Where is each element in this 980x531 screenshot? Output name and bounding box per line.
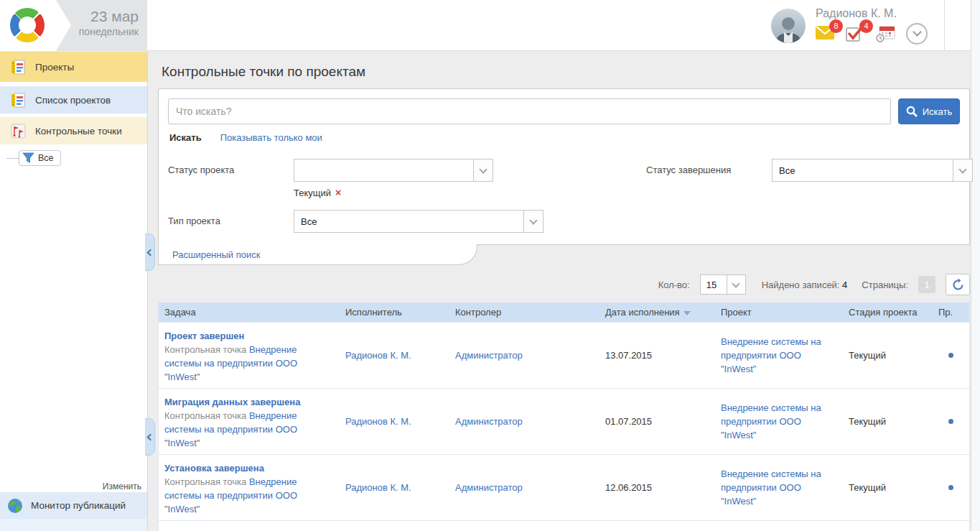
task-link[interactable]: Миграция данных завершена bbox=[164, 397, 300, 407]
date-cell: 12.06.2015 bbox=[599, 478, 715, 497]
table-header-row: Задача Исполнитель Контролер Дата исполн… bbox=[159, 303, 969, 322]
chevron-down-icon bbox=[958, 165, 966, 173]
header-date[interactable]: Дата исполнения bbox=[599, 303, 715, 322]
filter-all-label: Все bbox=[38, 153, 54, 163]
project-type-dropdown[interactable]: Все bbox=[294, 210, 543, 233]
dropdown-arrow[interactable] bbox=[473, 160, 493, 181]
messages-button[interactable]: 8 bbox=[816, 26, 834, 42]
header-task[interactable]: Задача bbox=[159, 303, 340, 322]
header-stage[interactable]: Стадия проекта bbox=[843, 303, 933, 322]
project-link[interactable]: Внедрение системы на предприятии ООО "In… bbox=[721, 468, 821, 507]
completion-status-label: Статус завершения bbox=[646, 159, 772, 208]
milestone-prefix: Контрольная точка bbox=[164, 344, 246, 355]
advanced-search-link[interactable]: Расширенный поиск bbox=[172, 249, 260, 260]
sidebar-bottom-strip bbox=[0, 519, 147, 531]
edit-link[interactable]: Изменить bbox=[103, 481, 141, 491]
executor-link[interactable]: Радионов К. М. bbox=[345, 350, 411, 361]
sidebar-item-label: Список проектов bbox=[35, 95, 111, 106]
stage-cell: Текущий bbox=[843, 478, 933, 497]
controller-link[interactable]: Администратор bbox=[455, 350, 523, 361]
topbar: 23 мар понедельник Радионов К. М. 8 bbox=[0, 0, 971, 51]
milestone-prefix: Контрольная точка bbox=[164, 410, 246, 421]
sidebar-item-publications-monitor[interactable]: Монитор публикаций bbox=[0, 492, 147, 519]
remove-tag-icon[interactable]: × bbox=[335, 187, 341, 198]
dropdown-arrow[interactable] bbox=[523, 211, 543, 232]
user-menu-button[interactable] bbox=[906, 23, 928, 45]
priority-cell bbox=[933, 415, 969, 428]
project-link[interactable]: Внедрение системы на предприятии ООО "In… bbox=[721, 336, 821, 374]
only-mine-link[interactable]: Показывать только мои bbox=[220, 132, 322, 143]
executor-cell: Радионов К. М. bbox=[340, 346, 449, 365]
chevron-down-icon bbox=[479, 165, 487, 173]
table-row: Проект завершен Контрольная точка Внедре… bbox=[159, 322, 969, 388]
header-pr[interactable]: Пр. bbox=[933, 303, 969, 322]
current-page-chip[interactable]: 1 bbox=[918, 276, 935, 293]
search-panel: Искать Искать Показывать только мои Стат… bbox=[158, 88, 970, 244]
stage-cell: Текущий bbox=[843, 346, 933, 365]
chevron-left-icon bbox=[147, 433, 154, 440]
monitor-label: Монитор публикаций bbox=[31, 500, 126, 511]
chevron-down-icon bbox=[529, 216, 537, 224]
executor-link[interactable]: Радионов К. М. bbox=[345, 416, 411, 427]
vertical-scrollbar[interactable] bbox=[971, 0, 980, 531]
refresh-icon bbox=[951, 278, 965, 292]
task-link[interactable]: Установка завершена bbox=[164, 463, 264, 474]
task-cell: План проекта утвержден Контрольная точка… bbox=[159, 521, 340, 531]
completion-status-dropdown[interactable]: Все bbox=[772, 159, 973, 182]
sidebar-collapse-handle[interactable] bbox=[145, 418, 155, 456]
header-project[interactable]: Проект bbox=[715, 303, 843, 322]
tasks-button[interactable]: 4 bbox=[846, 26, 864, 42]
search-button-label: Искать bbox=[923, 106, 953, 117]
search-mode-label[interactable]: Искать bbox=[169, 132, 202, 143]
executor-link[interactable]: Радионов К. М. bbox=[345, 482, 411, 493]
table-row: Установка завершена Контрольная точка Вн… bbox=[159, 454, 969, 520]
table-row: План проекта утвержден Контрольная точка… bbox=[159, 520, 969, 531]
project-status-dropdown[interactable] bbox=[294, 159, 493, 182]
priority-cell bbox=[933, 481, 969, 494]
controller-link[interactable]: Администратор bbox=[455, 416, 523, 427]
calendar-button[interactable] bbox=[876, 26, 895, 42]
tasks-badge: 4 bbox=[859, 19, 873, 33]
sidebar-collapse-handle[interactable] bbox=[145, 234, 155, 271]
project-type-value: Все bbox=[294, 211, 523, 232]
page-size-value: 15 bbox=[701, 275, 727, 294]
calendar-clock-icon bbox=[876, 26, 895, 42]
project-status-value bbox=[294, 160, 473, 181]
project-status-tag: Текущий bbox=[294, 188, 331, 198]
user-avatar[interactable] bbox=[771, 9, 806, 43]
controller-link[interactable]: Администратор bbox=[455, 482, 523, 493]
milestone-prefix: Контрольная точка bbox=[164, 476, 246, 487]
sidebar-item-projects[interactable]: Проекты bbox=[0, 52, 147, 82]
sort-desc-icon bbox=[683, 311, 691, 315]
header-executor[interactable]: Исполнитель bbox=[340, 303, 449, 322]
search-input[interactable] bbox=[168, 98, 891, 124]
advanced-search-tab: Расширенный поиск bbox=[158, 244, 477, 265]
main-content: Контрольные точки по проектам Искать Иск… bbox=[147, 52, 971, 531]
refresh-button[interactable] bbox=[946, 274, 970, 295]
user-area: Радионов К. М. 8 4 bbox=[771, 0, 928, 51]
dropdown-arrow[interactable] bbox=[953, 160, 972, 181]
priority-cell bbox=[933, 348, 969, 362]
count-label: Кол-во: bbox=[658, 280, 690, 290]
chevron-down-icon bbox=[913, 27, 922, 37]
priority-dot-icon bbox=[948, 419, 953, 424]
user-name[interactable]: Радионов К. М. bbox=[816, 7, 897, 20]
search-button[interactable]: Искать bbox=[898, 98, 960, 124]
sidebar-item-project-list[interactable]: Список проектов bbox=[0, 86, 147, 114]
task-cell: Проект завершен Контрольная точка Внедре… bbox=[159, 323, 340, 388]
found-label: Найдено записей: bbox=[762, 280, 840, 290]
sidebar-item-milestones[interactable]: Контрольные точки bbox=[0, 117, 147, 144]
person-photo bbox=[771, 11, 806, 43]
page-size-dropdown[interactable]: 15 bbox=[700, 274, 746, 295]
project-cell: Внедрение системы на предприятии ООО "In… bbox=[715, 463, 843, 512]
document-icon bbox=[11, 93, 26, 108]
dropdown-arrow[interactable] bbox=[727, 275, 745, 294]
header-controller[interactable]: Контролер bbox=[449, 303, 599, 322]
project-link[interactable]: Внедрение системы на предприятии ООО "In… bbox=[721, 402, 821, 440]
sidebar-item-label: Контрольные точки bbox=[35, 126, 122, 137]
results-bar: Кол-во: 15 Найдено записей: 4 Страницы: … bbox=[158, 274, 970, 295]
project-cell: Внедрение системы на предприятии ООО "In… bbox=[715, 397, 843, 446]
task-link[interactable]: Проект завершен bbox=[164, 331, 244, 341]
filter-all-chip[interactable]: Все bbox=[19, 150, 61, 166]
page-title: Контрольные точки по проектам bbox=[162, 64, 970, 80]
